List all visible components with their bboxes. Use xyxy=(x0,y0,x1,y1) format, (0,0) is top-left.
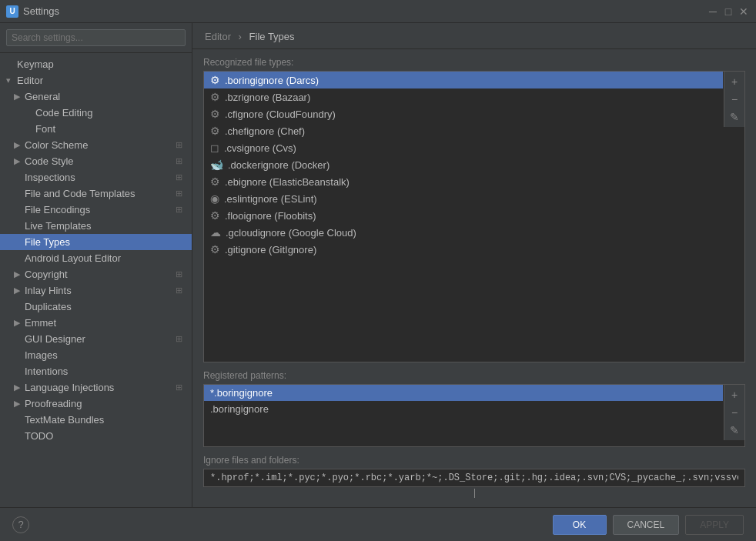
recognized-actions: + − ✎ xyxy=(724,72,744,127)
recognized-remove-button[interactable]: − xyxy=(726,91,743,108)
recognized-edit-button[interactable]: ✎ xyxy=(726,109,743,125)
schema-icon-inspections: ⊞ xyxy=(176,172,182,182)
registered-edit-button[interactable]: ✎ xyxy=(726,422,743,439)
registered-pattern-pattern-2[interactable]: .boringignore xyxy=(204,401,723,417)
sidebar-item-font[interactable]: Font xyxy=(0,121,192,137)
sidebar-item-gui-designer[interactable]: GUI Designer⊞ xyxy=(0,331,192,347)
sidebar-item-file-types[interactable]: File Types xyxy=(0,234,192,250)
recognized-label: Recognized file types: xyxy=(203,57,745,68)
ignore-section: Ignore files and folders: xyxy=(203,455,745,499)
recognized-list: ⚙ .boringignore (Darcs) ⚙ .bzrignore (Ba… xyxy=(204,72,723,362)
sidebar-item-color-scheme[interactable]: ▶Color Scheme⊞ xyxy=(0,137,192,153)
expand-arrow-code-style: ▶ xyxy=(14,156,25,166)
sidebar-item-file-encodings[interactable]: File Encodings⊞ xyxy=(0,202,192,218)
recognized-item-bzrignore-bazaar[interactable]: ⚙ .bzrignore (Bazaar) xyxy=(204,88,723,105)
recognized-item-cvsignore-cvs[interactable]: ◻ .cvsignore (Cvs) xyxy=(204,139,723,156)
ok-button[interactable]: OK xyxy=(553,515,607,535)
minimize-button[interactable]: ─ xyxy=(707,5,719,18)
breadcrumb-parent: Editor xyxy=(205,31,231,42)
sidebar-item-code-style[interactable]: ▶Code Style⊞ xyxy=(0,153,192,169)
recognized-item-ebignore-elasticbeanstalk[interactable]: ⚙ .ebignore (ElasticBeanstalk) xyxy=(204,173,723,190)
apply-button[interactable]: APPLY xyxy=(685,515,744,535)
registered-actions: + − ✎ xyxy=(724,385,744,440)
sidebar-label-textmate-bundles: TextMate Bundles xyxy=(25,414,186,426)
registered-label: Registered patterns: xyxy=(203,370,745,381)
schema-icon-color-scheme: ⊞ xyxy=(176,140,182,150)
file-type-icon-flooignore-floobits: ⚙ xyxy=(210,209,220,222)
sidebar-label-general: General xyxy=(25,91,186,102)
file-type-label-cfignore-cloudfoundry: .cfignore (CloudFoundry) xyxy=(225,109,336,120)
sidebar-label-images: Images xyxy=(25,349,186,361)
sidebar-item-inspections[interactable]: Inspections⊞ xyxy=(0,169,192,185)
cursor-indicator xyxy=(474,489,475,498)
sidebar-item-code-editing[interactable]: Code Editing xyxy=(0,105,192,121)
recognized-item-boringignore-darcs[interactable]: ⚙ .boringignore (Darcs) xyxy=(204,72,723,88)
file-type-icon-eslintignore-eslint: ◉ xyxy=(210,192,219,205)
breadcrumb-current: File Types xyxy=(249,31,295,42)
sidebar-item-editor[interactable]: ▾Editor xyxy=(0,72,192,88)
sidebar-label-code-style: Code Style xyxy=(25,155,176,167)
search-input[interactable] xyxy=(6,29,186,46)
sidebar-label-language-injections: Language Injections xyxy=(25,382,176,393)
registered-pattern-pattern-1[interactable]: *.boringignore xyxy=(204,385,723,401)
sidebar-item-inlay-hints[interactable]: ▶Inlay Hints⊞ xyxy=(0,282,192,299)
sidebar-item-file-code-templates[interactable]: File and Code Templates⊞ xyxy=(0,185,192,202)
sidebar-item-android-layout-editor[interactable]: Android Layout Editor xyxy=(0,250,192,266)
expand-arrow-copyright: ▶ xyxy=(14,269,25,279)
sidebar: Keymap▾Editor▶General Code Editing Font▶… xyxy=(0,23,192,507)
registered-remove-button[interactable]: − xyxy=(726,404,743,421)
schema-icon-copyright: ⊞ xyxy=(176,269,182,279)
expand-arrow-general: ▶ xyxy=(14,92,25,102)
sidebar-item-emmet[interactable]: ▶Emmet xyxy=(0,315,192,331)
sidebar-label-color-scheme: Color Scheme xyxy=(25,139,176,151)
recognized-item-dockerignore-docker[interactable]: 🐋 .dockerignore (Docker) xyxy=(204,156,723,173)
sidebar-item-images[interactable]: Images xyxy=(0,347,192,363)
sidebar-item-language-injections[interactable]: ▶Language Injections⊞ xyxy=(0,379,192,396)
expand-arrow-color-scheme: ▶ xyxy=(14,140,25,150)
expand-arrow-inlay-hints: ▶ xyxy=(14,286,25,296)
sidebar-item-general[interactable]: ▶General xyxy=(0,88,192,105)
breadcrumb: Editor › File Types xyxy=(192,23,756,49)
recognized-item-cfignore-cloudfoundry[interactable]: ⚙ .cfignore (CloudFoundry) xyxy=(204,105,723,122)
maximize-button[interactable]: □ xyxy=(722,5,734,18)
pattern-label-pattern-2: .boringignore xyxy=(210,403,269,415)
file-type-label-cvsignore-cvs: .cvsignore (Cvs) xyxy=(224,142,296,154)
recognized-item-eslintignore-eslint[interactable]: ◉ .eslintignore (ESLint) xyxy=(204,190,723,207)
expand-arrow-editor: ▾ xyxy=(6,75,17,85)
file-type-icon-dockerignore-docker: 🐋 xyxy=(210,159,223,171)
recognized-item-gitignore-gitignore[interactable]: ⚙ .gitignore (GitIgnore) xyxy=(204,241,723,258)
sidebar-item-textmate-bundles[interactable]: TextMate Bundles xyxy=(0,412,192,428)
sidebar-item-keymap[interactable]: Keymap xyxy=(0,56,192,72)
recognized-item-flooignore-floobits[interactable]: ⚙ .flooignore (Floobits) xyxy=(204,207,723,224)
app-icon: U xyxy=(6,5,18,18)
sidebar-item-copyright[interactable]: ▶Copyright⊞ xyxy=(0,266,192,282)
file-type-label-flooignore-floobits: .flooignore (Floobits) xyxy=(225,210,316,222)
window-title: Settings xyxy=(23,5,707,17)
recognized-item-chefignore-chef[interactable]: ⚙ .chefignore (Chef) xyxy=(204,122,723,139)
schema-icon-code-style: ⊞ xyxy=(176,156,182,166)
registered-list-panel: *.boringignore.boringignore + − ✎ xyxy=(203,384,745,447)
close-button[interactable]: ✕ xyxy=(738,5,750,18)
file-type-icon-ebignore-elasticbeanstalk: ⚙ xyxy=(210,175,220,188)
registered-add-button[interactable]: + xyxy=(726,386,743,403)
sidebar-item-intentions[interactable]: Intentions xyxy=(0,363,192,379)
sidebar-item-live-templates[interactable]: Live Templates xyxy=(0,218,192,234)
cancel-button[interactable]: CANCEL xyxy=(613,515,680,535)
sidebar-item-proofreading[interactable]: ▶Proofreading xyxy=(0,396,192,412)
help-button[interactable]: ? xyxy=(12,516,29,533)
schema-icon-language-injections: ⊞ xyxy=(176,382,182,392)
content-area: Keymap▾Editor▶General Code Editing Font▶… xyxy=(0,23,756,507)
sidebar-item-todo[interactable]: TODO xyxy=(0,428,192,444)
pattern-label-pattern-1: *.boringignore xyxy=(210,387,273,399)
file-type-icon-gcloudignore-googlecloud: ☁ xyxy=(210,226,221,239)
file-type-icon-gitignore-gitignore: ⚙ xyxy=(210,243,220,255)
sidebar-label-todo: TODO xyxy=(25,430,186,442)
recognized-add-button[interactable]: + xyxy=(726,73,743,90)
recognized-item-gcloudignore-googlecloud[interactable]: ☁ .gcloudignore (Google Cloud) xyxy=(204,224,723,241)
main-content: Editor › File Types Recognized file type… xyxy=(192,23,756,507)
window-controls: ─ □ ✕ xyxy=(707,5,750,18)
sidebar-item-duplicates[interactable]: Duplicates xyxy=(0,299,192,315)
file-type-label-gitignore-gitignore: .gitignore (GitIgnore) xyxy=(225,244,316,255)
file-type-label-boringignore-darcs: .boringignore (Darcs) xyxy=(225,75,319,86)
ignore-input[interactable] xyxy=(203,469,745,487)
